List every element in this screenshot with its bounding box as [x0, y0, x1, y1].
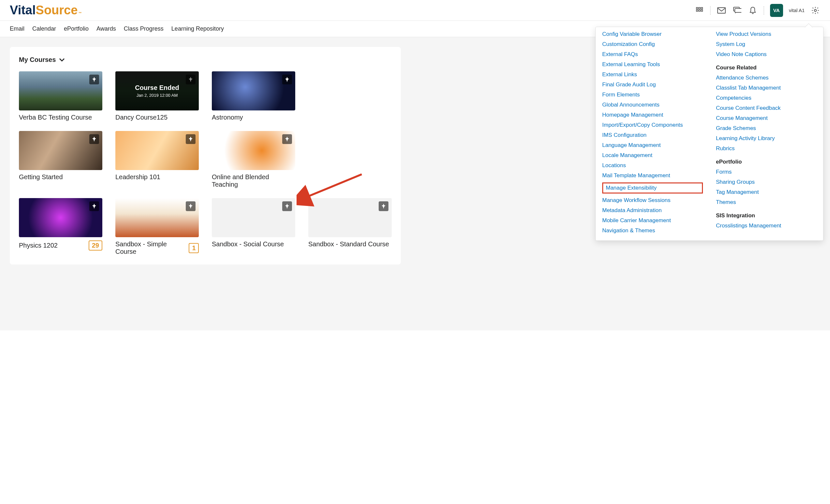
svg-rect-0	[696, 7, 698, 9]
course-card[interactable]: Physics 120229	[19, 198, 102, 256]
course-thumbnail[interactable]	[212, 198, 295, 237]
course-thumbnail[interactable]: Course EndedJan 2, 2019 12:00 AM	[115, 71, 199, 110]
course-card[interactable]	[308, 71, 392, 121]
notification-badge[interactable]: 29	[89, 240, 102, 250]
settings-link[interactable]: Locations	[602, 162, 703, 169]
course-thumbnail[interactable]	[19, 71, 102, 110]
pin-icon[interactable]	[186, 201, 195, 211]
settings-heading: ePortfolio	[716, 159, 817, 165]
panel-title[interactable]: My Courses	[19, 56, 392, 64]
course-title[interactable]: Astronomy	[212, 114, 243, 121]
mail-icon[interactable]	[716, 5, 726, 15]
course-card[interactable]: Course EndedJan 2, 2019 12:00 AMDancy Co…	[115, 71, 199, 121]
settings-link[interactable]: External Learning Tools	[602, 61, 703, 68]
settings-link[interactable]: Import/Export/Copy Components	[602, 122, 703, 128]
settings-link[interactable]: Final Grade Audit Log	[602, 81, 703, 88]
settings-link[interactable]: Course Management	[716, 115, 817, 122]
user-name[interactable]: vital A1	[789, 7, 805, 13]
course-card[interactable]: Astronomy	[212, 71, 295, 121]
course-card[interactable]: Online and Blended Teaching	[212, 131, 295, 188]
nav-learning-repository[interactable]: Learning Repository	[171, 25, 224, 32]
apps-icon[interactable]	[695, 5, 704, 15]
gear-icon[interactable]	[810, 5, 820, 15]
settings-link[interactable]: Themes	[716, 199, 817, 206]
course-card[interactable]: Sandbox - Standard Course	[308, 198, 392, 256]
settings-link[interactable]: External FAQs	[602, 51, 703, 58]
pin-icon[interactable]	[282, 134, 292, 144]
settings-link[interactable]: Form Elements	[602, 92, 703, 98]
nav-calendar[interactable]: Calendar	[32, 25, 56, 32]
settings-link[interactable]: Forms	[716, 169, 817, 175]
course-thumbnail[interactable]	[115, 131, 199, 170]
settings-link[interactable]: Manage Workflow Sessions	[602, 197, 703, 204]
pin-icon[interactable]	[282, 75, 292, 85]
settings-link[interactable]: Navigation & Themes	[602, 227, 703, 234]
settings-link[interactable]: Competencies	[716, 95, 817, 101]
settings-link[interactable]: Crosslistings Management	[716, 223, 817, 229]
course-thumbnail[interactable]	[212, 71, 295, 110]
course-title[interactable]: Online and Blended Teaching	[212, 173, 295, 188]
settings-link[interactable]: External Links	[602, 71, 703, 78]
chat-icon[interactable]	[732, 5, 742, 15]
pin-icon[interactable]	[89, 134, 99, 144]
settings-link[interactable]: Grade Schemes	[716, 125, 817, 132]
brand-tm: ™	[78, 11, 82, 15]
settings-link[interactable]: Video Note Captions	[716, 51, 817, 58]
pin-icon[interactable]	[282, 201, 292, 211]
course-title[interactable]: Verba BC Testing Course	[19, 114, 92, 121]
settings-link[interactable]: View Product Versions	[716, 31, 817, 37]
pin-icon[interactable]	[186, 134, 195, 144]
separator	[764, 6, 764, 15]
course-thumbnail[interactable]	[19, 131, 102, 170]
nav-class-progress[interactable]: Class Progress	[124, 25, 164, 32]
course-title[interactable]: Getting Started	[19, 173, 63, 181]
settings-link[interactable]: Manage Extensibility	[606, 185, 657, 191]
nav-email[interactable]: Email	[10, 25, 25, 32]
course-card[interactable]: Verba BC Testing Course	[19, 71, 102, 121]
settings-link[interactable]: Rubrics	[716, 145, 817, 152]
course-title[interactable]: Sandbox - Simple Course	[115, 240, 186, 256]
course-card[interactable]	[308, 131, 392, 188]
settings-link[interactable]: Global Announcements	[602, 102, 703, 108]
brand-logo[interactable]: VitalSource™	[10, 3, 82, 17]
settings-link[interactable]: Tag Management	[716, 189, 817, 196]
settings-link[interactable]: Homepage Management	[602, 112, 703, 118]
pin-icon[interactable]	[89, 75, 99, 85]
course-title[interactable]: Sandbox - Standard Course	[308, 240, 389, 248]
bell-icon[interactable]	[748, 5, 758, 15]
course-card[interactable]: Leadership 101	[115, 131, 199, 188]
settings-link[interactable]: Mobile Carrier Management	[602, 217, 703, 224]
settings-link[interactable]: IMS Configuration	[602, 132, 703, 138]
settings-link[interactable]: Sharing Groups	[716, 179, 817, 186]
settings-link[interactable]: Language Management	[602, 142, 703, 148]
pin-icon[interactable]	[89, 201, 99, 211]
course-thumbnail[interactable]	[19, 198, 102, 237]
settings-link[interactable]: Course Content Feedback	[716, 105, 817, 111]
nav-eportfolio[interactable]: ePortfolio	[64, 25, 89, 32]
course-card[interactable]: Getting Started	[19, 131, 102, 188]
settings-link[interactable]: Config Variable Browser	[602, 31, 703, 37]
course-thumbnail[interactable]	[212, 131, 295, 170]
course-thumbnail[interactable]	[115, 198, 199, 237]
settings-link[interactable]: Mail Template Management	[602, 172, 703, 179]
settings-link[interactable]: Learning Activity Library	[716, 135, 817, 142]
nav-awards[interactable]: Awards	[96, 25, 116, 32]
settings-link[interactable]: Customization Config	[602, 41, 703, 47]
settings-link[interactable]: Classlist Tab Management	[716, 85, 817, 91]
notification-badge[interactable]: 1	[189, 243, 199, 253]
settings-link[interactable]: Locale Management	[602, 152, 703, 159]
course-title[interactable]: Physics 1202	[19, 242, 58, 249]
user-avatar[interactable]: VA	[770, 4, 783, 17]
course-thumbnail[interactable]	[308, 198, 392, 237]
course-title[interactable]: Sandbox - Social Course	[212, 240, 284, 248]
course-card[interactable]: Sandbox - Social Course	[212, 198, 295, 256]
settings-link[interactable]: Attendance Schemes	[716, 75, 817, 81]
pin-icon[interactable]	[379, 201, 388, 211]
course-title[interactable]: Leadership 101	[115, 173, 160, 181]
settings-link[interactable]: Metadata Administration	[602, 207, 703, 214]
highlighted-settings-link: Manage Extensibility	[602, 182, 703, 194]
svg-rect-4	[699, 10, 700, 11]
course-title[interactable]: Dancy Course125	[115, 114, 167, 121]
course-card[interactable]: Sandbox - Simple Course1	[115, 198, 199, 256]
settings-link[interactable]: System Log	[716, 41, 817, 47]
